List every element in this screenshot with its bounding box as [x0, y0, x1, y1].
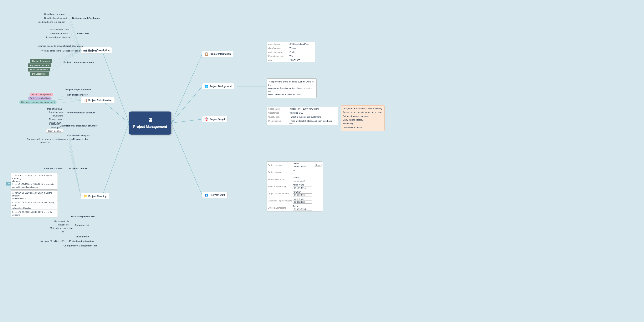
background-desc: To improve the brand influence over the … [266, 78, 316, 98]
staff-icon: 👥 [204, 193, 208, 197]
config-mgmt-label: Configuration Management Plan [64, 245, 98, 247]
resource-plan-desc2: possessed [40, 141, 51, 144]
resource-equipment: Equipment resource [28, 63, 52, 67]
business-needs-label: Business needs/problems [72, 17, 100, 19]
strategy-6: Conclude the results [343, 126, 382, 130]
svg-line-26 [69, 146, 81, 196]
info-row-client: client's name Wilson [267, 46, 315, 50]
key-success-label: Key success factor [67, 94, 88, 96]
branch-project-risk: 📋 Project Risk Situation [81, 97, 115, 103]
shopping-4: PR [61, 230, 64, 233]
need-technical: Need technical support [44, 17, 67, 19]
scope-statement-label: Project scope statement [66, 88, 91, 91]
branch-project-target: 🎯 Project Target [202, 116, 228, 122]
strategy-4: Carry out the strategy [343, 118, 382, 122]
svg-line-2 [102, 123, 129, 196]
obj-1: Let more people to know us [38, 45, 65, 47]
wbs-1: Marketing team [47, 108, 62, 110]
need-marketing: Need marketing tool support [38, 21, 65, 23]
org-2: Manager [51, 127, 60, 129]
methods-label: Methods of project management [62, 50, 96, 52]
staff-row-ptm: Project team members Kira Sun 666-66-666 [267, 190, 323, 197]
svg-line-0 [102, 51, 129, 123]
svg-line-22 [58, 101, 81, 103]
target-scope: Scope target Increase over 100W new user… [267, 107, 338, 111]
resource-data: Data resources [30, 72, 49, 76]
pill-ptb: Project team building [28, 97, 52, 100]
target-progress: Progress goal There are totally 5 stpes,… [267, 119, 338, 125]
info-row-name: project name SNS Marketing Plan [267, 42, 315, 46]
resource-plan-label: Resource plan [73, 138, 88, 140]
cost-benefit-label: Cost-benefit analysis [67, 134, 90, 137]
strategy-2: Research the competitors and good cases [343, 111, 382, 114]
svg-line-5 [171, 119, 202, 123]
info-icon: 📋 [204, 52, 208, 56]
target-quality: Quality goal Tartget to the potential cu… [267, 115, 338, 119]
resource-human: Human Resources [30, 59, 52, 63]
svg-line-23 [69, 135, 81, 196]
svg-line-1 [102, 101, 129, 123]
central-node: 🖥 Project Management [129, 112, 171, 135]
svg-line-11 [69, 35, 81, 51]
staff-row-os: Other stakeholders Tracy 999-99-9999 [267, 204, 323, 211]
wbs-3: Influencers [52, 115, 63, 117]
branch-project-information: 📋 Project Information [202, 51, 233, 57]
staff-table: Project manager Landon 400-820-8820 Boss… [266, 161, 323, 211]
svg-line-15 [50, 51, 81, 62]
branch-relevant-staff: 👥 Relevant Staff [202, 192, 228, 198]
team-member-box: Team member [46, 129, 63, 133]
staff-row-hp: Head of Purchasing Alicia Wang 555-55-55… [267, 183, 323, 190]
branch-project-planning: 📁 Project Planning [81, 193, 109, 199]
target-cost: Cost target 30 million USD [267, 111, 338, 115]
task-1: Increase new users [50, 28, 69, 31]
risk-mgmt-label: Risk Management Plan [71, 215, 95, 218]
quality-plan-label: Quality Plan [76, 235, 89, 238]
svg-line-6 [171, 123, 202, 195]
svg-line-21 [58, 99, 81, 101]
svg-line-27 [69, 150, 81, 196]
shopping-1: Marketing tools [54, 220, 69, 222]
work-breakdown-label: Work breakdown structure [67, 112, 96, 114]
central-title: Project Management [133, 125, 167, 129]
planning-icon: 📁 [83, 194, 87, 198]
org-breakdown-label: Organizational breakdown structure [60, 125, 98, 127]
branch-project-background: 🌐 Project Background [202, 83, 234, 89]
cost-est-value: May cost 30 million USD [40, 240, 64, 242]
step-2: 2. from 01-08-2020 to 15-08-2020: resear… [10, 182, 58, 189]
target-icon: 🎯 [204, 117, 208, 121]
monitor-icon: 🖥 [148, 117, 153, 124]
staff-row-pm: Project manager Landon 400-820-8820 Boss [267, 162, 323, 169]
staff-row-ps: Project sponsor Wu 111-11-111 [267, 169, 323, 176]
project-task-label: Project task [77, 32, 90, 35]
staff-row-cr: Customer Representative Fiona Qunn 888-8… [267, 197, 323, 204]
risk-icon: 📋 [83, 98, 87, 102]
svg-line-12 [69, 38, 81, 51]
info-row-sponsor: Project sponsor Wu [267, 54, 315, 58]
background-icon: 🌐 [204, 84, 208, 88]
strategy-1: Analysize the situations in SNS marketin… [343, 107, 382, 111]
svg-line-4 [171, 87, 202, 123]
project-target-table: Scope target Increase over 100W new user… [266, 107, 338, 125]
cost-est-label: Project cost estimation [69, 240, 94, 242]
need-financial: Need financial support [44, 13, 66, 15]
strategy-5: Keep trying [343, 122, 382, 126]
wbs-2: Branding team [49, 111, 64, 113]
wbs-4: Finance team [49, 118, 62, 120]
svg-line-19 [69, 92, 81, 101]
strategy-box: Analysize the situations in SNS marketin… [341, 105, 384, 131]
task-3: Increase brand influence [46, 36, 70, 38]
shopping-list-label: Shopping list [75, 224, 89, 226]
step-3: 3. from 16-08-2020 to 31-08-2020: make t… [10, 190, 58, 201]
org-1: Supervisor [49, 123, 60, 125]
phase-count: there are 5 phases [44, 167, 63, 169]
resource-plan-desc: Combine with the resources that company … [27, 138, 73, 140]
step-5: 5. from 16-09-2020 to 30-09-2020: check … [10, 209, 58, 217]
method-1: Work as small team [42, 50, 61, 52]
step-4: 4. from 01-09-2020 to 15-09-2020: keep t… [10, 200, 58, 211]
shopping-3: Materials for marketing [50, 227, 72, 229]
svg-line-17 [50, 51, 81, 69]
strategy-3: Set our strategies and goals [343, 114, 382, 118]
shopping-2: Influencers [58, 224, 68, 226]
project-info-table: project name SNS Marketing Plan client's… [266, 42, 315, 62]
svg-line-20 [58, 96, 81, 101]
